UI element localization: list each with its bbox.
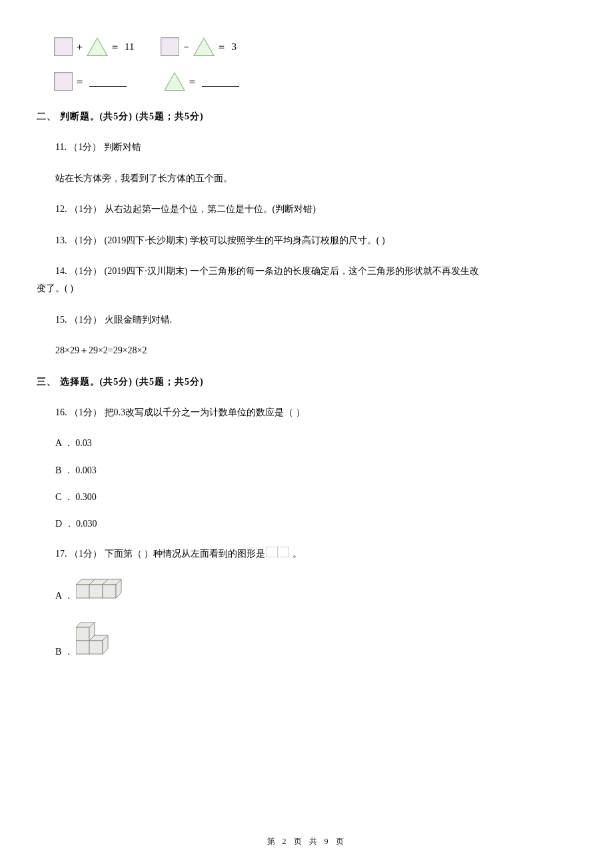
fill-blank[interactable] bbox=[89, 77, 127, 87]
triangle-icon bbox=[193, 37, 215, 56]
square-icon bbox=[54, 72, 73, 91]
svg-rect-8 bbox=[76, 627, 89, 641]
q17-stem: 17. （1分） 下面第（ ）种情况从左面看到的图形是 。 bbox=[55, 547, 576, 562]
equals-op: ＝ bbox=[75, 73, 85, 89]
q16-stem: 16. （1分） 把0.3改写成以千分之一为计数单位的数应是（ ） bbox=[55, 405, 576, 420]
q17-a-label: A ． bbox=[55, 589, 73, 603]
section-2-title: 二、 判断题。(共5分) (共5题；共5分) bbox=[37, 109, 576, 124]
triangle-icon bbox=[164, 72, 185, 91]
shape-equation-row-1: ＋ ＝ 11 － ＝ 3 bbox=[54, 37, 576, 56]
sum-value: 11 bbox=[125, 39, 134, 55]
q11-line1: 11. （1分） 判断对错 bbox=[55, 140, 576, 155]
q16-option-b[interactable]: B ． 0.003 bbox=[55, 463, 576, 478]
q11-line2: 站在长方体旁，我看到了长方体的五个面。 bbox=[55, 171, 576, 186]
q16-option-d[interactable]: D ． 0.030 bbox=[55, 517, 576, 531]
q17-before: 17. （1分） 下面第（ ）种情况从左面看到的图形是 bbox=[55, 547, 265, 561]
q17-after: 。 bbox=[293, 547, 302, 561]
q17-option-b[interactable]: B ． bbox=[55, 622, 576, 659]
q17-options: A ． B ． bbox=[55, 578, 576, 659]
svg-rect-3 bbox=[76, 585, 89, 598]
fill-blank[interactable] bbox=[202, 77, 239, 87]
shape-equation-row-2: ＝ ＝ bbox=[54, 72, 576, 91]
q14-line1: 14. （1分） (2019四下·汉川期末) 一个三角形的每一条边的长度确定后，… bbox=[55, 264, 576, 279]
equals-op: ＝ bbox=[110, 39, 120, 55]
triangle-icon bbox=[87, 37, 108, 56]
q15-line1: 15. （1分） 火眼金睛判对错. bbox=[55, 313, 576, 327]
q17-b-label: B ． bbox=[55, 645, 73, 659]
cubes-l-shape-icon bbox=[76, 622, 123, 659]
svg-rect-4 bbox=[89, 585, 103, 598]
cubes-3-row-icon bbox=[76, 578, 129, 603]
q16-options: A ． 0.03 B ． 0.003 C ． 0.300 D ． 0.030 bbox=[55, 436, 576, 532]
section-3-title: 三、 选择题。(共5分) (共5题；共5分) bbox=[37, 375, 576, 389]
q12-text: 12. （1分） 从右边起第一位是个位，第二位是十位。(判断对错) bbox=[55, 202, 576, 217]
equals-op: ＝ bbox=[217, 39, 227, 55]
page-footer: 第 2 页 共 9 页 bbox=[0, 835, 613, 848]
q15-expr: 28×29＋29×2=29×28×2 bbox=[55, 343, 576, 358]
q14-line2: 变了。( ) bbox=[37, 281, 576, 296]
svg-rect-5 bbox=[103, 585, 116, 598]
two-squares-icon bbox=[267, 547, 289, 562]
q16-option-a[interactable]: A ． 0.03 bbox=[55, 436, 576, 451]
q16-option-c[interactable]: C ． 0.300 bbox=[55, 490, 576, 505]
q13-text: 13. （1分） (2019四下·长沙期末) 学校可以按照学生的平均身高订校服的… bbox=[55, 233, 576, 248]
square-icon bbox=[54, 37, 73, 56]
square-icon bbox=[161, 37, 179, 56]
q17-option-a[interactable]: A ． bbox=[55, 578, 576, 603]
svg-rect-12 bbox=[89, 641, 103, 654]
svg-rect-10 bbox=[76, 641, 89, 654]
diff-value: 3 bbox=[231, 39, 237, 55]
plus-op: ＋ bbox=[75, 39, 85, 55]
equals-op: ＝ bbox=[187, 73, 197, 89]
minus-op: － bbox=[181, 39, 191, 55]
